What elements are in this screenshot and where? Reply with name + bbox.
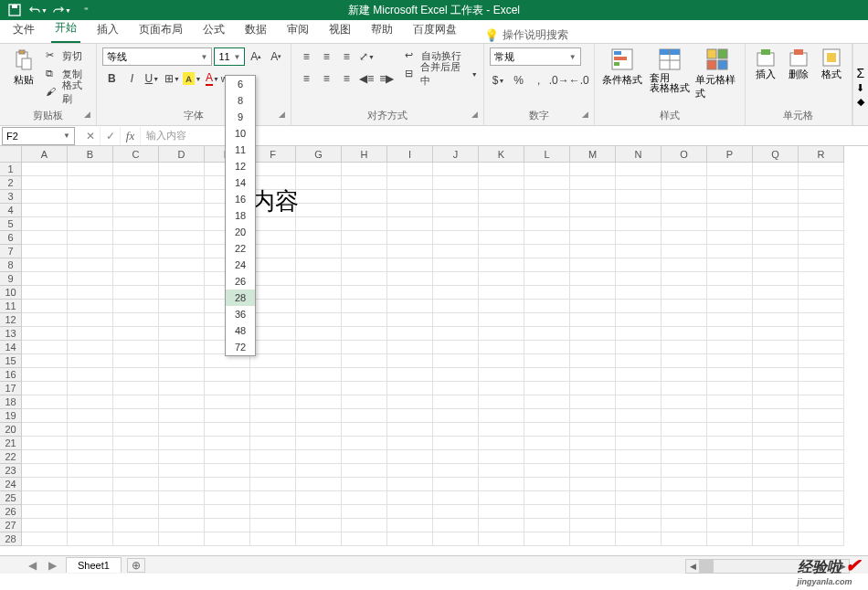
cell[interactable] [479, 245, 524, 258]
cell[interactable] [342, 368, 387, 382]
column-header-I[interactable]: I [387, 146, 433, 163]
undo-icon[interactable]: ▼ [29, 1, 48, 19]
row-header[interactable]: 15 [0, 354, 22, 368]
cell[interactable] [799, 300, 844, 313]
cell[interactable] [342, 478, 387, 491]
cell[interactable] [250, 217, 296, 231]
enter-formula-icon[interactable]: ✓ [101, 127, 121, 145]
cell[interactable] [707, 464, 753, 478]
cell[interactable] [753, 258, 799, 272]
cell[interactable] [433, 190, 479, 204]
cell[interactable] [296, 532, 342, 546]
cell[interactable] [387, 272, 433, 286]
cell[interactable] [342, 327, 387, 341]
cell[interactable] [205, 395, 250, 409]
cell[interactable] [433, 204, 479, 217]
row-header[interactable]: 1 [0, 163, 22, 176]
cell[interactable] [113, 204, 159, 217]
cell[interactable] [479, 368, 524, 382]
cell[interactable] [707, 437, 753, 450]
cell[interactable] [387, 286, 433, 300]
cell[interactable] [662, 395, 707, 409]
cell[interactable] [799, 176, 844, 190]
cell[interactable] [296, 341, 342, 354]
cell[interactable] [205, 409, 250, 423]
cell[interactable] [159, 368, 205, 382]
menu-baidu[interactable]: 百度网盘 [409, 18, 460, 43]
align-right-button[interactable]: ≡ [337, 69, 355, 88]
cell[interactable] [753, 272, 799, 286]
cell[interactable] [68, 409, 113, 423]
cell[interactable] [799, 382, 844, 395]
cell[interactable] [662, 300, 707, 313]
cell[interactable] [387, 478, 433, 491]
currency-button[interactable]: $▼ [490, 71, 508, 90]
cell[interactable] [799, 313, 844, 327]
cell[interactable] [799, 423, 844, 437]
font-size-option[interactable]: 12 [226, 158, 255, 174]
cell[interactable] [113, 491, 159, 505]
cell[interactable] [799, 217, 844, 231]
cell[interactable] [387, 464, 433, 478]
cell[interactable] [159, 478, 205, 491]
paste-button[interactable]: 粘贴 [5, 47, 42, 87]
cell[interactable] [616, 395, 662, 409]
row-header[interactable]: 13 [0, 327, 22, 341]
cell[interactable] [524, 450, 570, 464]
cell[interactable] [159, 423, 205, 437]
cell[interactable] [68, 231, 113, 245]
cell[interactable] [433, 272, 479, 286]
column-header-M[interactable]: M [570, 146, 616, 163]
menu-help[interactable]: 帮助 [367, 18, 397, 43]
row-header[interactable]: 14 [0, 341, 22, 354]
row-header[interactable]: 25 [0, 491, 22, 505]
cell[interactable] [524, 382, 570, 395]
row-header[interactable]: 28 [0, 532, 22, 546]
scroll-thumb[interactable] [699, 560, 714, 573]
cell[interactable] [68, 327, 113, 341]
cell[interactable] [707, 505, 753, 519]
cell[interactable] [479, 437, 524, 450]
row-header[interactable]: 9 [0, 272, 22, 286]
cell[interactable] [662, 327, 707, 341]
cell[interactable] [22, 464, 68, 478]
cell[interactable] [113, 478, 159, 491]
cell[interactable] [22, 395, 68, 409]
cell[interactable] [159, 313, 205, 327]
cell[interactable] [662, 354, 707, 368]
cell[interactable] [296, 464, 342, 478]
cell[interactable] [22, 272, 68, 286]
cell[interactable] [342, 313, 387, 327]
cell[interactable] [753, 204, 799, 217]
cell[interactable] [570, 354, 616, 368]
cell[interactable] [296, 505, 342, 519]
cell[interactable] [159, 286, 205, 300]
cell[interactable] [707, 450, 753, 464]
cell[interactable] [296, 478, 342, 491]
column-header-F[interactable]: F [250, 146, 296, 163]
row-header[interactable]: 5 [0, 217, 22, 231]
cell[interactable] [68, 204, 113, 217]
cell[interactable] [433, 532, 479, 546]
cell[interactable] [159, 382, 205, 395]
cell[interactable] [205, 491, 250, 505]
cell[interactable] [250, 368, 296, 382]
font-size-option[interactable]: 72 [226, 339, 255, 355]
cell[interactable] [616, 204, 662, 217]
cell[interactable] [113, 519, 159, 532]
cell[interactable] [753, 450, 799, 464]
cell[interactable] [433, 354, 479, 368]
cell-styles-button[interactable]: 单元格样式 [695, 47, 739, 100]
cell[interactable] [387, 423, 433, 437]
cell[interactable] [433, 217, 479, 231]
cell[interactable] [22, 505, 68, 519]
cell[interactable] [433, 478, 479, 491]
cell[interactable] [524, 491, 570, 505]
dialog-launcher-icon[interactable]: ◢ [582, 110, 588, 119]
cell[interactable] [22, 163, 68, 176]
cell[interactable] [662, 519, 707, 532]
cell[interactable] [570, 368, 616, 382]
cell[interactable] [616, 327, 662, 341]
cell[interactable] [159, 341, 205, 354]
cell[interactable] [570, 163, 616, 176]
